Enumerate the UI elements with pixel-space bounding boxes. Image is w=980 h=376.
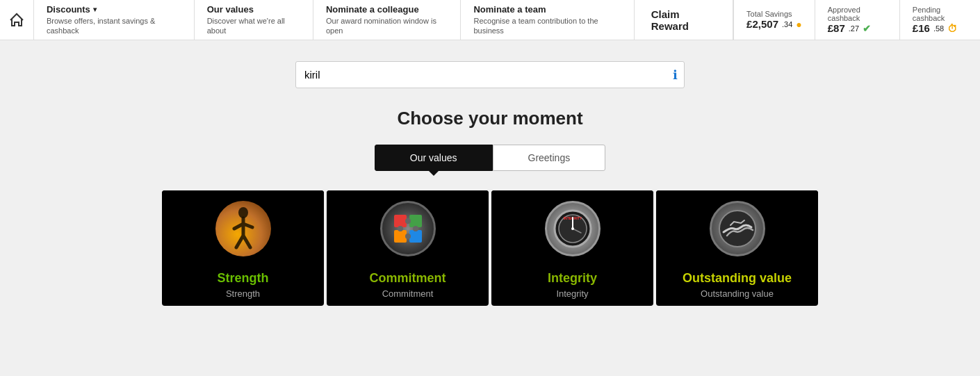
- card-integrity-label: Integrity: [491, 267, 653, 288]
- nav-nominate-colleague-sub: Our award nomination window is open: [326, 16, 448, 36]
- card-commitment[interactable]: Commitment Commitment: [327, 190, 489, 306]
- tab-greetings[interactable]: Greetings: [493, 145, 606, 171]
- card-commitment-image: [327, 190, 489, 267]
- check-icon: ✔: [863, 23, 871, 34]
- svg-point-7: [405, 234, 411, 239]
- integrity-circle: INTEGRITY: [545, 201, 601, 256]
- outstanding-handshake: [717, 208, 758, 250]
- card-outstanding-sublabel: Outstanding value: [656, 288, 818, 306]
- svg-rect-1: [394, 215, 407, 227]
- nav-discounts-title: Discounts: [47, 4, 90, 15]
- top-nav: Discounts ▾ Browse offers, instant savin…: [0, 0, 980, 40]
- outstanding-circle: [710, 201, 765, 256]
- svg-point-5: [405, 218, 411, 224]
- nav-item-our-values[interactable]: Our values Discover what we're all about: [195, 0, 313, 40]
- svg-rect-4: [409, 230, 422, 243]
- card-strength-label: Strength: [162, 267, 324, 288]
- card-strength-sublabel: Strength: [162, 288, 324, 306]
- nav-item-discounts[interactable]: Discounts ▾ Browse offers, instant savin…: [34, 0, 195, 40]
- nav-discounts-sub: Browse offers, instant savings & cashbac…: [47, 16, 181, 36]
- nav-nominate-team-sub: Recognise a team contribution to the bus…: [473, 16, 621, 36]
- home-button[interactable]: [0, 0, 34, 40]
- tabs-wrap: Our values Greetings: [375, 145, 605, 171]
- chevron-down-icon: ▾: [93, 6, 97, 13]
- strength-silhouette: [226, 204, 261, 253]
- cards-row: Strength Strength: [148, 190, 832, 306]
- tab-our-values[interactable]: Our values: [375, 145, 493, 171]
- card-outstanding[interactable]: Outstanding value Outstanding value: [656, 190, 818, 306]
- card-strength-image: [162, 190, 324, 267]
- svg-point-8: [398, 226, 403, 231]
- svg-point-14: [571, 227, 574, 230]
- nav-nominate-colleague-title: Nominate a colleague: [326, 4, 419, 15]
- commitment-circle: [380, 201, 436, 256]
- commitment-puzzle: [391, 211, 425, 246]
- total-savings-stat: Total Savings £2,507.34 ●: [733, 0, 815, 40]
- card-integrity-image: INTEGRITY: [491, 190, 653, 267]
- card-integrity-sublabel: Integrity: [491, 288, 653, 306]
- strength-circle: [215, 201, 271, 256]
- pending-cashback-label: Pending cashback: [913, 6, 967, 22]
- choose-heading: Choose your moment: [397, 108, 582, 129]
- pending-cashback-stat: Pending cashback £16.58 ⏱: [899, 0, 980, 40]
- svg-rect-3: [394, 230, 407, 243]
- main-content: ℹ Choose your moment Our values Greeting…: [0, 40, 980, 376]
- svg-point-6: [413, 226, 418, 231]
- nav-item-nominate-colleague[interactable]: Nominate a colleague Our award nominatio…: [313, 0, 461, 40]
- card-outstanding-label: Outstanding value: [656, 267, 818, 288]
- search-input[interactable]: [295, 61, 685, 88]
- approved-cashback-value: £87.27 ✔: [828, 22, 887, 34]
- total-savings-label: Total Savings: [746, 10, 802, 18]
- nav-nominate-team-title: Nominate a team: [473, 4, 546, 15]
- home-icon: [8, 12, 25, 28]
- claim-reward-button[interactable]: Claim Reward: [635, 0, 733, 40]
- coin-icon: ●: [796, 19, 801, 30]
- nav-item-nominate-team[interactable]: Nominate a team Recognise a team contrib…: [461, 0, 634, 40]
- nav-stats: Total Savings £2,507.34 ● Approved cashb…: [733, 0, 980, 40]
- integrity-clock: INTEGRITY: [552, 208, 594, 250]
- approved-cashback-stat: Approved cashback £87.27 ✔: [815, 0, 899, 40]
- nav-our-values-sub: Discover what we're all about: [207, 16, 300, 36]
- nav-our-values-title: Our values: [207, 4, 254, 15]
- info-icon[interactable]: ℹ: [673, 67, 678, 83]
- approved-cashback-label: Approved cashback: [828, 6, 887, 22]
- card-outstanding-image: [656, 190, 818, 267]
- svg-rect-2: [409, 215, 422, 227]
- pending-cashback-value: £16.58 ⏱: [913, 22, 967, 34]
- card-commitment-sublabel: Commitment: [327, 288, 489, 306]
- card-strength[interactable]: Strength Strength: [162, 190, 324, 306]
- clock-icon: ⏱: [947, 23, 957, 34]
- total-savings-value: £2,507.34 ●: [746, 18, 802, 30]
- search-wrap: ℹ: [295, 61, 685, 88]
- card-integrity[interactable]: INTEGRITY Integrity Integrity: [491, 190, 653, 306]
- card-commitment-label: Commitment: [327, 267, 489, 288]
